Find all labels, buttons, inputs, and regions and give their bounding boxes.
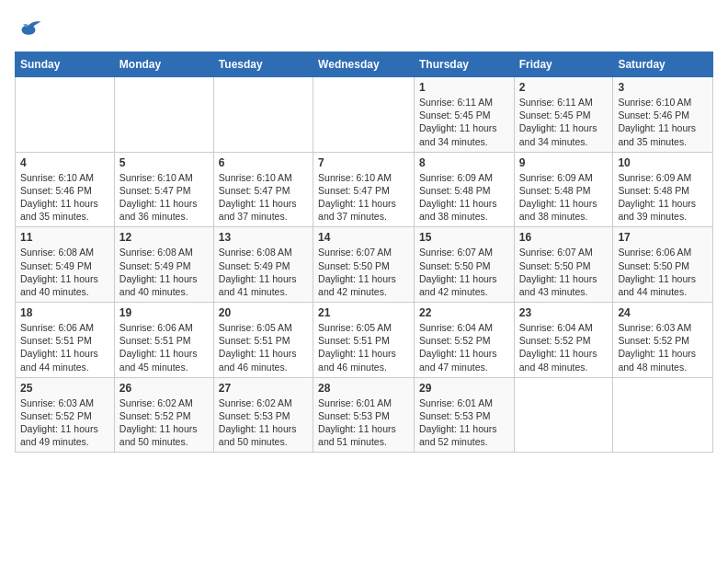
day-info: Sunrise: 6:01 AM Sunset: 5:53 PM Dayligh… — [318, 396, 409, 449]
day-number: 3 — [618, 81, 708, 94]
calendar-cell: 28Sunrise: 6:01 AM Sunset: 5:53 PM Dayli… — [313, 377, 415, 453]
week-row-1: 1Sunrise: 6:11 AM Sunset: 5:45 PM Daylig… — [16, 77, 713, 153]
day-info: Sunrise: 6:10 AM Sunset: 5:46 PM Dayligh… — [618, 96, 708, 148]
calendar-cell: 16Sunrise: 6:07 AM Sunset: 5:50 PM Dayli… — [514, 227, 613, 303]
day-info: Sunrise: 6:08 AM Sunset: 5:49 PM Dayligh… — [219, 246, 308, 298]
day-info: Sunrise: 6:10 AM Sunset: 5:47 PM Dayligh… — [119, 171, 209, 224]
calendar-cell: 6Sunrise: 6:10 AM Sunset: 5:47 PM Daylig… — [213, 152, 313, 227]
day-number: 5 — [119, 156, 209, 169]
day-number: 19 — [119, 306, 209, 319]
day-number: 23 — [519, 306, 609, 319]
day-number: 9 — [519, 156, 609, 169]
day-number: 22 — [419, 306, 509, 319]
day-info: Sunrise: 6:03 AM Sunset: 5:52 PM Dayligh… — [618, 321, 708, 373]
calendar-cell — [514, 377, 613, 453]
logo-bird-icon — [15, 15, 42, 42]
day-info: Sunrise: 6:03 AM Sunset: 5:52 PM Dayligh… — [20, 396, 109, 449]
day-info: Sunrise: 6:09 AM Sunset: 5:48 PM Dayligh… — [618, 171, 708, 224]
calendar-cell: 18Sunrise: 6:06 AM Sunset: 5:51 PM Dayli… — [16, 303, 115, 378]
day-number: 12 — [119, 231, 209, 244]
day-info: Sunrise: 6:06 AM Sunset: 5:51 PM Dayligh… — [119, 321, 209, 373]
calendar-cell — [213, 77, 313, 153]
calendar-cell: 3Sunrise: 6:10 AM Sunset: 5:46 PM Daylig… — [613, 77, 713, 153]
calendar-body: 1Sunrise: 6:11 AM Sunset: 5:45 PM Daylig… — [16, 77, 713, 453]
logo — [15, 15, 46, 42]
calendar-cell: 2Sunrise: 6:11 AM Sunset: 5:45 PM Daylig… — [514, 77, 613, 153]
day-info: Sunrise: 6:07 AM Sunset: 5:50 PM Dayligh… — [318, 246, 409, 298]
calendar-cell: 14Sunrise: 6:07 AM Sunset: 5:50 PM Dayli… — [313, 227, 415, 303]
day-number: 18 — [20, 306, 109, 319]
day-info: Sunrise: 6:02 AM Sunset: 5:53 PM Dayligh… — [219, 396, 308, 449]
header-row: SundayMondayTuesdayWednesdayThursdayFrid… — [16, 52, 713, 77]
column-header-thursday: Thursday — [414, 52, 514, 77]
column-header-friday: Friday — [514, 52, 613, 77]
day-number: 1 — [419, 81, 509, 94]
column-header-saturday: Saturday — [613, 52, 713, 77]
calendar-cell: 29Sunrise: 6:01 AM Sunset: 5:53 PM Dayli… — [414, 377, 514, 453]
day-info: Sunrise: 6:07 AM Sunset: 5:50 PM Dayligh… — [519, 246, 609, 298]
calendar-cell: 13Sunrise: 6:08 AM Sunset: 5:49 PM Dayli… — [213, 227, 313, 303]
day-number: 8 — [419, 156, 509, 169]
calendar-cell: 23Sunrise: 6:04 AM Sunset: 5:52 PM Dayli… — [514, 303, 613, 378]
calendar-cell: 17Sunrise: 6:06 AM Sunset: 5:50 PM Dayli… — [613, 227, 713, 303]
column-header-tuesday: Tuesday — [213, 52, 313, 77]
day-info: Sunrise: 6:01 AM Sunset: 5:53 PM Dayligh… — [419, 396, 509, 449]
calendar-cell: 20Sunrise: 6:05 AM Sunset: 5:51 PM Dayli… — [213, 303, 313, 378]
calendar-cell: 25Sunrise: 6:03 AM Sunset: 5:52 PM Dayli… — [16, 377, 115, 453]
calendar-cell: 8Sunrise: 6:09 AM Sunset: 5:48 PM Daylig… — [414, 152, 514, 227]
week-row-4: 18Sunrise: 6:06 AM Sunset: 5:51 PM Dayli… — [16, 303, 713, 378]
day-info: Sunrise: 6:02 AM Sunset: 5:52 PM Dayligh… — [119, 396, 209, 449]
week-row-2: 4Sunrise: 6:10 AM Sunset: 5:46 PM Daylig… — [16, 152, 713, 227]
calendar-cell — [613, 377, 713, 453]
calendar-cell: 24Sunrise: 6:03 AM Sunset: 5:52 PM Dayli… — [613, 303, 713, 378]
calendar-header: SundayMondayTuesdayWednesdayThursdayFrid… — [16, 52, 713, 77]
day-info: Sunrise: 6:08 AM Sunset: 5:49 PM Dayligh… — [119, 246, 209, 298]
calendar-cell: 26Sunrise: 6:02 AM Sunset: 5:52 PM Dayli… — [114, 377, 213, 453]
day-number: 14 — [318, 231, 409, 244]
day-info: Sunrise: 6:09 AM Sunset: 5:48 PM Dayligh… — [519, 171, 609, 224]
day-info: Sunrise: 6:06 AM Sunset: 5:51 PM Dayligh… — [20, 321, 109, 373]
calendar-table: SundayMondayTuesdayWednesdayThursdayFrid… — [15, 52, 713, 453]
day-info: Sunrise: 6:09 AM Sunset: 5:48 PM Dayligh… — [419, 171, 509, 224]
calendar-cell: 5Sunrise: 6:10 AM Sunset: 5:47 PM Daylig… — [114, 152, 213, 227]
day-number: 28 — [318, 382, 409, 395]
svg-point-0 — [22, 25, 36, 35]
day-number: 21 — [318, 306, 409, 319]
calendar-cell — [114, 77, 213, 153]
calendar-cell: 11Sunrise: 6:08 AM Sunset: 5:49 PM Dayli… — [16, 227, 115, 303]
day-number: 4 — [20, 156, 109, 169]
day-info: Sunrise: 6:05 AM Sunset: 5:51 PM Dayligh… — [219, 321, 308, 373]
day-info: Sunrise: 6:10 AM Sunset: 5:47 PM Dayligh… — [219, 171, 308, 224]
day-number: 2 — [519, 81, 609, 94]
day-info: Sunrise: 6:04 AM Sunset: 5:52 PM Dayligh… — [519, 321, 609, 373]
day-number: 26 — [119, 382, 209, 395]
day-number: 25 — [20, 382, 109, 395]
day-number: 6 — [219, 156, 308, 169]
day-number: 10 — [618, 156, 708, 169]
calendar-cell: 21Sunrise: 6:05 AM Sunset: 5:51 PM Dayli… — [313, 303, 415, 378]
calendar-cell: 7Sunrise: 6:10 AM Sunset: 5:47 PM Daylig… — [313, 152, 415, 227]
calendar-cell: 19Sunrise: 6:06 AM Sunset: 5:51 PM Dayli… — [114, 303, 213, 378]
calendar-cell: 4Sunrise: 6:10 AM Sunset: 5:46 PM Daylig… — [16, 152, 115, 227]
calendar-cell: 1Sunrise: 6:11 AM Sunset: 5:45 PM Daylig… — [414, 77, 514, 153]
day-number: 7 — [318, 156, 409, 169]
day-number: 17 — [618, 231, 708, 244]
day-number: 24 — [618, 306, 708, 319]
calendar-cell — [313, 77, 415, 153]
day-number: 11 — [20, 231, 109, 244]
day-number: 13 — [219, 231, 308, 244]
calendar-cell — [16, 77, 115, 153]
day-info: Sunrise: 6:07 AM Sunset: 5:50 PM Dayligh… — [419, 246, 509, 298]
day-info: Sunrise: 6:11 AM Sunset: 5:45 PM Dayligh… — [519, 96, 609, 148]
day-info: Sunrise: 6:06 AM Sunset: 5:50 PM Dayligh… — [618, 246, 708, 298]
calendar-cell: 27Sunrise: 6:02 AM Sunset: 5:53 PM Dayli… — [213, 377, 313, 453]
day-info: Sunrise: 6:10 AM Sunset: 5:47 PM Dayligh… — [318, 171, 409, 224]
day-info: Sunrise: 6:11 AM Sunset: 5:45 PM Dayligh… — [419, 96, 509, 148]
column-header-wednesday: Wednesday — [313, 52, 415, 77]
column-header-sunday: Sunday — [16, 52, 115, 77]
calendar-cell: 9Sunrise: 6:09 AM Sunset: 5:48 PM Daylig… — [514, 152, 613, 227]
week-row-3: 11Sunrise: 6:08 AM Sunset: 5:49 PM Dayli… — [16, 227, 713, 303]
day-info: Sunrise: 6:08 AM Sunset: 5:49 PM Dayligh… — [20, 246, 109, 298]
day-info: Sunrise: 6:10 AM Sunset: 5:46 PM Dayligh… — [20, 171, 109, 224]
day-number: 29 — [419, 382, 509, 395]
